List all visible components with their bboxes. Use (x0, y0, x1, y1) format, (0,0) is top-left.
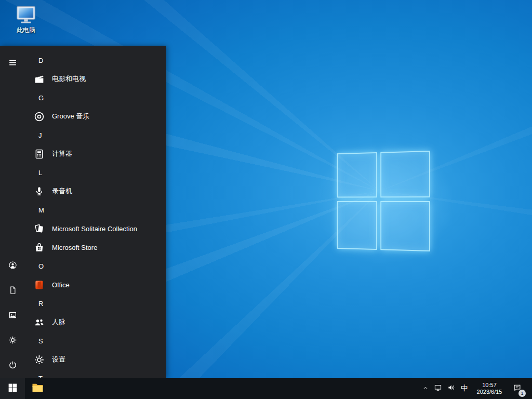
tray-network[interactable] (431, 378, 445, 399)
rail-button-power[interactable] (0, 353, 25, 378)
app-section-header[interactable]: M (25, 201, 166, 219)
app-section-header[interactable]: J (25, 126, 166, 144)
app-item-groove[interactable]: Groove 音乐 (25, 107, 166, 126)
app-section-letter: L (38, 169, 42, 177)
user-icon (8, 261, 17, 272)
app-label: 人脉 (52, 317, 65, 327)
app-item-people[interactable]: 人脉 (25, 313, 166, 331)
app-label: Office (52, 281, 70, 289)
power-icon (8, 361, 17, 371)
office-icon (33, 278, 46, 291)
start-menu: D电影和电视GGroove 音乐J计算器L录音机MMicrosoft Solit… (0, 46, 166, 378)
this-pc-icon (6, 4, 46, 25)
recorder-icon (33, 185, 46, 198)
app-section-letter: S (38, 337, 43, 345)
rail-button-menu[interactable] (0, 51, 25, 76)
app-section-header[interactable]: O (25, 257, 166, 275)
app-section-letter: O (38, 262, 44, 270)
tray-show-hidden-icons[interactable] (420, 378, 431, 399)
groove-icon (33, 110, 46, 123)
tray-volume[interactable] (445, 378, 458, 399)
app-item-store[interactable]: Microsoft Store (25, 238, 166, 257)
app-section-letter: J (38, 131, 42, 139)
taskbar: 中 10:57 2023/6/15 1 (0, 378, 532, 399)
app-label: Microsoft Solitaire Collection (52, 225, 137, 233)
wallpaper-windows-logo (337, 151, 430, 251)
taskbar-clock[interactable]: 10:57 2023/6/15 (471, 378, 508, 399)
speaker-icon (447, 383, 456, 394)
windows-logo-icon (8, 383, 17, 394)
notification-badge: 1 (518, 390, 526, 397)
app-item-calculator[interactable]: 计算器 (25, 144, 166, 163)
app-section-letter: D (38, 57, 43, 64)
solitaire-icon (33, 222, 46, 235)
document-icon (8, 286, 17, 297)
app-section-header[interactable]: R (25, 294, 166, 313)
gear-icon (8, 336, 17, 347)
screen: { "colors": { "menu_background": "#22232… (0, 0, 532, 399)
taskbar-file-explorer[interactable] (25, 378, 50, 399)
app-label: 电影和电视 (52, 74, 86, 84)
picture-icon (8, 311, 17, 322)
logo-pane (380, 151, 430, 197)
app-section-header[interactable]: S (25, 331, 166, 350)
app-section-letter: T (38, 375, 43, 379)
app-section-header[interactable]: G (25, 88, 166, 107)
logo-pane (337, 201, 377, 250)
ime-indicator[interactable]: 中 (458, 378, 471, 399)
start-app-list: D电影和电视GGroove 音乐J计算器L录音机MMicrosoft Solit… (25, 46, 166, 378)
app-label: 设置 (52, 355, 65, 364)
chevron-up-icon (422, 384, 429, 393)
app-item-movies-tv[interactable]: 电影和电视 (25, 70, 166, 88)
movies-tv-icon (33, 73, 46, 86)
desktop-icon-this-pc[interactable]: 此电脑 (6, 4, 46, 35)
app-label: Microsoft Store (52, 244, 97, 251)
app-section-letter: G (38, 94, 44, 102)
start-menu-rail (0, 46, 25, 378)
clock-date: 2023/6/15 (477, 389, 502, 395)
system-tray: 中 10:57 2023/6/15 1 (420, 378, 532, 399)
app-item-solitaire[interactable]: Microsoft Solitaire Collection (25, 219, 166, 238)
app-section-header[interactable]: L (25, 163, 166, 182)
desktop-icon-label: 此电脑 (6, 26, 46, 35)
app-label: Groove 音乐 (52, 112, 89, 121)
app-section-letter: R (38, 300, 43, 308)
rail-button-pictures[interactable] (0, 303, 25, 328)
app-label: 录音机 (52, 187, 72, 196)
action-center-button[interactable]: 1 (508, 378, 526, 399)
start-button[interactable] (0, 378, 25, 399)
app-section-letter: M (38, 206, 44, 214)
logo-pane (380, 201, 430, 251)
ime-label: 中 (461, 384, 468, 393)
rail-button-account[interactable] (0, 254, 25, 278)
app-section-header[interactable]: T (25, 369, 166, 378)
app-item-gear[interactable]: 设置 (25, 350, 166, 369)
people-icon (33, 316, 46, 329)
folder-icon (31, 381, 44, 396)
app-item-office[interactable]: Office (25, 275, 166, 294)
network-icon (434, 383, 442, 394)
app-item-recorder[interactable]: 录音机 (25, 182, 166, 201)
logo-pane (337, 152, 377, 197)
store-icon (33, 241, 46, 254)
rail-button-documents[interactable] (0, 278, 25, 303)
clock-time: 10:57 (482, 382, 497, 389)
app-label: 计算器 (52, 149, 72, 158)
calculator-icon (33, 148, 46, 161)
hamburger-icon (8, 58, 17, 69)
app-section-header[interactable]: D (25, 51, 166, 70)
rail-button-settings[interactable] (0, 328, 25, 353)
gear-icon (33, 353, 46, 366)
